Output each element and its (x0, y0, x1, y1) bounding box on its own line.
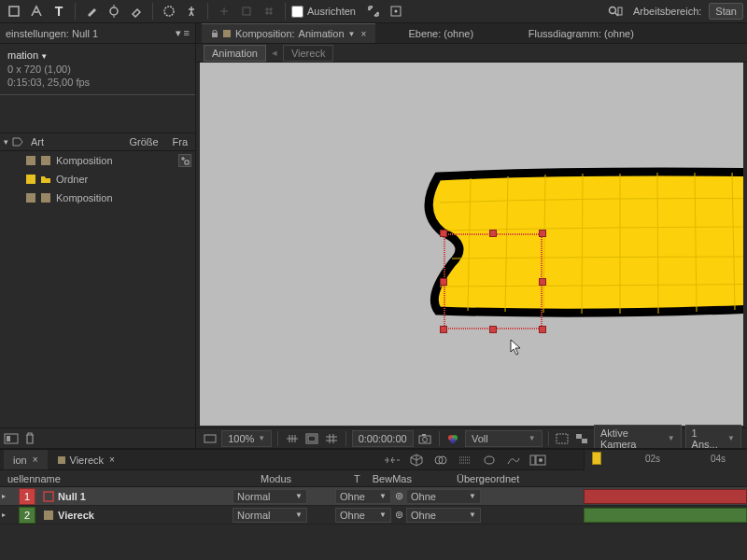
cube-icon[interactable] (407, 452, 426, 469)
magnify-icon[interactable] (202, 430, 218, 447)
frame-blend-icon[interactable] (431, 452, 450, 469)
workspace-dropdown[interactable]: Stan (709, 3, 743, 20)
clone-tool-icon[interactable] (104, 2, 124, 21)
workspace-label: Arbeitsbereich: (633, 6, 701, 17)
composition-panel: Komposition: Animation ▼ × Ebene: (ohne)… (196, 23, 747, 448)
quality-dropdown[interactable]: Voll▼ (465, 430, 543, 447)
timeline-tab-viereck[interactable]: Viereck× (48, 450, 124, 469)
motion-blur-icon[interactable] (456, 452, 474, 469)
layer-track-bar[interactable] (584, 508, 747, 523)
cursor-icon (510, 339, 523, 356)
grid-icon[interactable] (324, 430, 340, 447)
expand-icon[interactable] (363, 2, 384, 21)
snap-grid-icon[interactable] (259, 2, 279, 21)
snapshot-icon[interactable] (417, 430, 433, 447)
time-indicator[interactable] (592, 452, 601, 465)
project-item[interactable]: Ordner (0, 170, 195, 189)
safe-zones-icon[interactable] (303, 430, 319, 447)
project-columns-header: ▾ Art Größe Fra (0, 133, 195, 151)
timeline-layer-row[interactable]: ▸ 1 Null 1 Normal▼ Ohne▼ ⊚ Ohne▼ (0, 487, 747, 506)
timeline-tab-ion[interactable]: ion× (4, 450, 48, 469)
tab-close-icon[interactable]: × (109, 455, 115, 465)
eraser-tool-icon[interactable] (126, 2, 147, 21)
main-toolbar: T Ausrichten Arbeitsbereich: Stan (0, 0, 747, 23)
target-icon[interactable] (386, 2, 406, 21)
transparency-grid-icon[interactable] (574, 430, 590, 447)
composition-viewport[interactable] (200, 63, 743, 426)
lock-icon (211, 30, 218, 37)
tab-composition[interactable]: Komposition: Animation ▼ × (202, 23, 375, 43)
fr-col-label[interactable]: Fra (169, 136, 192, 147)
comp-info-time: 0:15:03, 25,00 fps (7, 76, 188, 89)
timecode-display[interactable]: 0:00:00:00 (352, 430, 414, 447)
project-item[interactable]: Komposition (0, 151, 195, 170)
trash-icon[interactable] (24, 432, 35, 445)
resolution-icon[interactable] (284, 430, 300, 447)
snap-icon[interactable] (214, 2, 234, 21)
rotobrush-tool-icon[interactable] (159, 2, 179, 21)
graph-icon[interactable] (504, 452, 523, 469)
svg-rect-32 (44, 492, 53, 501)
timeline-layer-row[interactable]: ▸ 2 Viereck Normal▼ Ohne▼ ⊚ Ohne▼ (0, 506, 747, 525)
panel-menu-icon[interactable]: ▾ ≡ (176, 27, 190, 39)
twirl-icon[interactable]: ▸ (2, 492, 11, 500)
shy-icon[interactable] (383, 452, 402, 469)
snap-edge-icon[interactable] (236, 2, 257, 21)
puppet-tool-icon[interactable] (181, 2, 202, 21)
svg-point-18 (423, 437, 428, 441)
col-mask-label[interactable]: BewMas (373, 473, 412, 484)
brush-tool-icon[interactable] (81, 2, 102, 21)
tab-layer[interactable]: Ebene: (ohne) (375, 23, 506, 43)
layer-track-bar[interactable] (584, 489, 747, 504)
tab-close-icon[interactable]: × (360, 29, 366, 39)
align-checkbox[interactable] (291, 6, 303, 18)
comp-breadcrumb: Animation ◂ Viereck (196, 44, 747, 63)
comp-info-dim: 0 x 720 (1,00) (7, 63, 188, 76)
size-col-label[interactable]: Größe (126, 136, 165, 147)
svg-rect-33 (44, 511, 53, 520)
nav-animation-button[interactable]: Animation (204, 45, 266, 62)
col-name-label[interactable]: uellenname (0, 473, 257, 484)
transform-selection[interactable] (444, 233, 543, 329)
mode-dropdown[interactable]: Normal▼ (233, 489, 307, 504)
col-mode-label[interactable]: Modus (257, 473, 350, 484)
tab-flowchart[interactable]: Flussdiagramm: (ohne) (506, 23, 655, 43)
pickwhip-icon[interactable]: ⊚ (391, 490, 406, 502)
mode-dropdown[interactable]: Normal▼ (233, 508, 307, 523)
dope-icon[interactable] (529, 452, 547, 469)
channel-icon[interactable] (445, 430, 461, 447)
roi-icon[interactable] (555, 430, 571, 447)
pen-tool-icon[interactable] (26, 2, 47, 21)
mask-dropdown[interactable]: Ohne▼ (335, 489, 391, 504)
align-label: Ausrichten (307, 6, 356, 17)
pickwhip-icon[interactable]: ⊚ (391, 509, 406, 521)
tab-close-icon[interactable]: × (33, 455, 38, 465)
parent-dropdown[interactable]: Ohne▼ (406, 508, 481, 523)
type-col-label[interactable]: Art (27, 136, 48, 147)
comp-info-title: mation (7, 49, 188, 61)
project-item[interactable]: Komposition (0, 189, 195, 207)
col-parent-label[interactable]: Übergeordnet (453, 473, 546, 484)
text-tool-icon[interactable]: T (49, 2, 69, 21)
svg-rect-0 (9, 7, 19, 16)
brain-icon[interactable] (480, 452, 499, 469)
nav-viereck-button[interactable]: Viereck (283, 45, 333, 62)
item-action-icon[interactable] (178, 154, 191, 167)
bpc-icon[interactable] (4, 432, 19, 445)
tab-dropdown-icon[interactable]: ▼ (348, 30, 356, 38)
folder-icon (39, 173, 52, 186)
comp-info: mation 0 x 720 (1,00) 0:15:03, 25,00 fps (0, 44, 195, 95)
mask-dropdown[interactable]: Ohne▼ (335, 508, 391, 523)
timeline-ruler[interactable]: 02s 04s (584, 450, 747, 470)
ruler-mark: 04s (711, 454, 726, 464)
rect-tool-icon[interactable] (4, 2, 24, 21)
svg-point-31 (539, 458, 543, 462)
parent-dropdown[interactable]: Ohne▼ (406, 489, 481, 504)
col-t-label[interactable]: T (354, 473, 360, 484)
zoom-dropdown[interactable]: 100%▼ (221, 430, 272, 447)
search-icon[interactable] (605, 2, 626, 21)
twirl-icon[interactable]: ▸ (2, 511, 11, 519)
svg-rect-3 (243, 7, 250, 15)
svg-rect-16 (308, 436, 316, 441)
label-col-icon (12, 137, 23, 147)
